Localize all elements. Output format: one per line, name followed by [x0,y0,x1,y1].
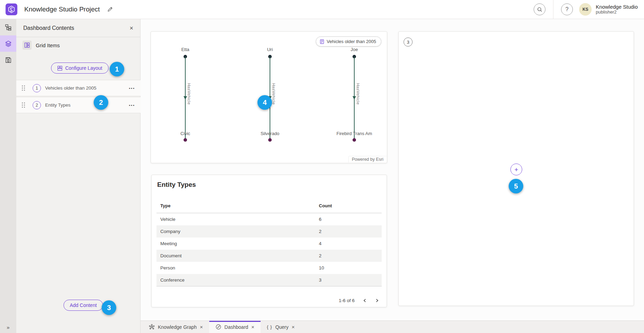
esri-attribution: Powered by Esri [348,156,387,163]
app-header: Knowledge Studio Project ? KS Knowledge … [0,0,644,19]
cell-type: Document [156,253,315,258]
drag-handle-icon[interactable] [22,102,25,108]
tab-knowledge-graph[interactable]: Knowledge Graph × [143,321,209,333]
graph-node-label: Etta [181,47,189,52]
item-label: Vehicles older than 2005 [45,85,96,91]
add-content-label: Add Content [70,302,97,308]
expand-rail-icon[interactable]: » [0,324,16,330]
tab-label: Dashboard [224,324,248,330]
dashboard-canvas: Vehicles older than 2005 Etta HasVehicle… [141,19,644,320]
item-number-badge: 1 [33,84,41,92]
graph-node-label: Silverado [261,131,279,136]
save-icon[interactable] [0,52,16,68]
column-header-count[interactable]: Count [315,203,382,208]
chevron-left-icon[interactable] [363,299,367,302]
panel-header: Dashboard Contents × [16,19,140,37]
tab-query[interactable]: { } Query × [261,321,301,333]
data-model-icon[interactable] [0,19,16,35]
tab-dashboard[interactable]: Dashboard × [209,321,261,333]
add-content-button[interactable]: Add Content [63,300,103,311]
table-row[interactable]: Document 2 [156,250,382,262]
tab-label: Query [275,324,288,330]
close-panel-icon[interactable]: × [129,25,133,31]
graph-node[interactable] [353,138,356,142]
app-logo-icon[interactable] [6,3,17,15]
grid-items-section: Grid Items [16,37,140,51]
cell-type: Vehicle [156,217,315,222]
table-row[interactable]: Meeting 4 [156,238,382,250]
item-number-badge: 2 [33,101,41,109]
graph-node[interactable] [268,138,272,142]
cell-count: 10 [315,265,382,270]
item-options-icon[interactable]: ••• [129,103,135,107]
configure-layout-label: Configure Layout [65,65,102,71]
graph-node-label: Uri [267,47,273,52]
bottom-tab-bar: Knowledge Graph × Dashboard × { } Query … [141,320,644,333]
knowledge-graph-icon [149,324,155,330]
graph-edge-arrow-icon [184,96,187,100]
grid-item-vehicles-older-than-2005[interactable]: 1 Vehicles older than 2005 ••• [16,80,141,96]
cell-type: Meeting [156,241,315,246]
column-header-type[interactable]: Type [156,203,315,208]
grid-layout-icon [23,41,32,50]
table-row[interactable]: Company 2 [156,225,382,238]
empty-grid-slot[interactable]: 3 + [398,31,634,306]
header-right-cluster: ? KS Knowledge Studio publisher2 [534,0,644,19]
pagination: 1-6 of 6 [339,298,379,303]
search-icon[interactable] [534,3,545,15]
avatar[interactable]: KS [579,3,592,16]
graph-edge-arrow-icon [353,96,356,100]
graph-edge-label: HasVehicle [272,83,276,105]
graph-edge-label: HasVehicle [356,83,360,105]
entity-types-table: Type Count Vehicle 6 Company 2 Meeting 4… [156,199,382,286]
table-row[interactable]: Conference 3 [156,274,382,286]
table-header-row: Type Count [156,199,382,213]
user-info[interactable]: Knowledge Studio publisher2 [596,4,638,15]
callout-badge-3: 3 [102,300,116,315]
left-icon-rail: » [0,19,16,333]
add-widget-icon[interactable]: + [510,164,522,175]
entity-types-widget[interactable]: Entity Types Type Count Vehicle 6 Compan… [151,175,387,307]
pagination-label: 1-6 of 6 [339,298,355,303]
tab-label: Knowledge Graph [158,324,197,330]
configure-layout-button[interactable]: Configure Layout [51,63,109,74]
grid-item-entity-types[interactable]: 2 Entity Types ••• [16,97,141,113]
header-divider [553,0,553,19]
help-icon[interactable]: ? [561,3,573,15]
cell-count: 6 [315,217,382,222]
layers-icon[interactable] [0,35,16,52]
chevron-right-icon[interactable] [375,299,379,302]
cell-count: 4 [315,241,382,246]
close-tab-icon[interactable]: × [292,324,295,330]
callout-badge-1: 1 [110,62,124,76]
table-row[interactable]: Vehicle 6 [156,213,382,225]
dashboard-icon [215,324,221,330]
item-options-icon[interactable]: ••• [129,86,135,90]
cell-type: Company [156,229,315,234]
layer-chip-label: Vehicles older than 2005 [327,39,376,44]
callout-badge-2: 2 [94,95,108,110]
close-tab-icon[interactable]: × [251,324,254,330]
close-tab-icon[interactable]: × [200,324,203,330]
cell-count: 3 [315,277,382,283]
layer-chip[interactable]: Vehicles older than 2005 [316,36,381,47]
graph-node-label: Civic [180,131,190,136]
widget-title: Entity Types [152,175,387,189]
graph-node-label: Joe [351,47,358,52]
graph-edge-label: HasVehicle [187,83,191,105]
cell-count: 2 [315,253,382,258]
cell-type: Person [156,265,315,270]
table-row[interactable]: Person 10 [156,262,382,274]
graph-node[interactable] [184,138,187,142]
edit-title-icon[interactable] [107,6,113,13]
cell-type: Conference [156,277,315,283]
grid-items-label: Grid Items [36,42,60,48]
graph-node-label: Firebird Trans Am [337,131,372,136]
page-title: Knowledge Studio Project [24,6,100,13]
user-name: Knowledge Studio [596,4,638,10]
callout-badge-5: 5 [509,179,523,193]
panel-title: Dashboard Contents [23,25,74,31]
user-role: publisher2 [596,10,638,15]
callout-badge-4: 4 [257,95,272,110]
drag-handle-icon[interactable] [22,85,25,91]
